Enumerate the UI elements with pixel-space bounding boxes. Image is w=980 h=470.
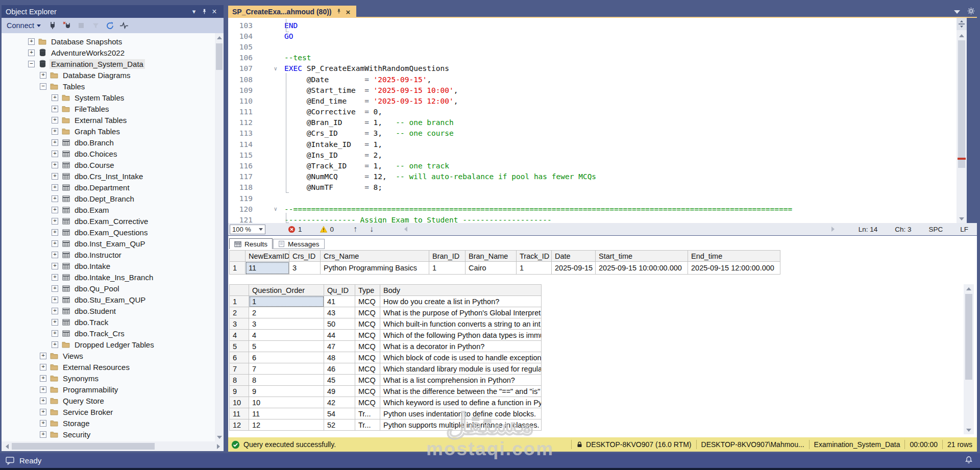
expand-icon[interactable]: + bbox=[40, 72, 46, 79]
code-line-115[interactable]: 115 @Ins_ID = 2, bbox=[228, 150, 967, 160]
connect-button[interactable]: Connect bbox=[5, 20, 43, 31]
tree-item-graph-tables[interactable]: +Graph Tables bbox=[2, 126, 215, 137]
warning-count[interactable]: 0 bbox=[320, 226, 334, 233]
grid-cell[interactable]: Tr... bbox=[355, 408, 380, 419]
expand-icon[interactable]: + bbox=[52, 308, 58, 314]
expand-icon[interactable]: + bbox=[52, 319, 58, 326]
grid-cell[interactable]: MCQ bbox=[355, 330, 380, 341]
code-line-106[interactable]: 106--test bbox=[228, 53, 967, 63]
expand-icon[interactable]: + bbox=[52, 274, 58, 281]
grid-cell[interactable]: 50 bbox=[324, 318, 355, 330]
tree-item-dbo-choices[interactable]: +dbo.Choices bbox=[2, 148, 215, 159]
column-header-end_time[interactable]: End_time bbox=[688, 251, 780, 262]
expand-icon[interactable]: + bbox=[28, 50, 35, 56]
next-issue-icon[interactable]: ↓ bbox=[370, 225, 374, 234]
code-line-105[interactable]: 105 bbox=[228, 41, 967, 52]
column-header-type[interactable]: Type bbox=[355, 285, 380, 296]
code-editor[interactable]: 103END104GO105106--test107∨EXEC SP_Creat… bbox=[228, 18, 967, 223]
error-marker[interactable] bbox=[958, 158, 966, 160]
code-line-111[interactable]: 111 @Corrective = 0, bbox=[228, 107, 967, 117]
grid-cell[interactable]: Python supports multiple inheritance in … bbox=[380, 419, 542, 431]
row-header[interactable]: 11 bbox=[230, 408, 249, 419]
expand-icon[interactable]: + bbox=[40, 386, 46, 393]
grid-cell[interactable]: 46 bbox=[324, 363, 355, 375]
grid-cell[interactable]: How do you create a list in Python? bbox=[380, 296, 542, 307]
expand-icon[interactable]: + bbox=[52, 117, 58, 123]
expand-icon[interactable]: + bbox=[52, 207, 58, 213]
tree-item-database-snapshots[interactable]: +Database Snapshots bbox=[2, 36, 215, 47]
grid-cell[interactable]: 52 bbox=[324, 419, 355, 431]
row-header[interactable]: 1 bbox=[230, 296, 249, 307]
code-line-113[interactable]: 113 @Crs_ID = 3, -- one course bbox=[228, 128, 967, 139]
expand-icon[interactable]: + bbox=[40, 364, 46, 370]
tree-item-dbo-instructor[interactable]: +dbo.Instructor bbox=[2, 249, 215, 260]
tree-item-dbo-inst-exam-qup[interactable]: +dbo.Inst_Exam_QuP bbox=[2, 238, 215, 249]
grid-cell[interactable]: Which block of code is used to handle ex… bbox=[380, 352, 542, 363]
grid-cell[interactable]: Which built-in function converts a strin… bbox=[380, 318, 542, 330]
code-line-110[interactable]: 110 @End_time = '2025-09-15 12:00', bbox=[228, 95, 967, 106]
row-header[interactable]: 3 bbox=[230, 318, 249, 330]
collapse-icon[interactable]: − bbox=[28, 61, 35, 67]
error-count[interactable]: 1 bbox=[288, 226, 302, 233]
expand-icon[interactable]: + bbox=[52, 151, 58, 157]
code-line-103[interactable]: 103END bbox=[228, 20, 967, 31]
column-header-start_time[interactable]: Start_time bbox=[596, 251, 688, 262]
scroll-down-icon[interactable] bbox=[964, 426, 974, 434]
row-header[interactable]: 4 bbox=[230, 330, 249, 341]
expand-icon[interactable]: + bbox=[52, 263, 58, 269]
grid-cell[interactable]: MCQ bbox=[355, 318, 380, 330]
column-header-crs_id[interactable]: Crs_ID bbox=[289, 251, 321, 262]
column-header-newexamid[interactable]: NewExamID bbox=[246, 251, 289, 262]
expand-icon[interactable]: + bbox=[40, 431, 46, 438]
tree-item-dbo-exam-questions[interactable]: +dbo.Exam_Questions bbox=[2, 227, 215, 238]
expand-icon[interactable]: + bbox=[40, 353, 46, 359]
code-line-120[interactable]: 120∨--==================================… bbox=[228, 204, 967, 214]
code-line-118[interactable]: 118 @NumTF = 8; bbox=[228, 182, 967, 193]
tree-item-system-tables[interactable]: +System Tables bbox=[2, 92, 215, 103]
scroll-left-icon[interactable] bbox=[404, 227, 407, 232]
scroll-left-icon[interactable] bbox=[3, 443, 11, 450]
grid-cell[interactable]: 49 bbox=[324, 386, 355, 397]
tree-item-dbo-intake-ins-branch[interactable]: +dbo.Intake_Ins_Branch bbox=[2, 271, 215, 283]
scrollbar-thumb[interactable] bbox=[965, 294, 972, 380]
grid-cell[interactable]: 1 bbox=[429, 262, 465, 275]
tree-item-filetables[interactable]: +FileTables bbox=[2, 103, 215, 114]
expand-icon[interactable]: + bbox=[52, 184, 58, 191]
column-header-qu_id[interactable]: Qu_ID bbox=[324, 285, 355, 296]
grid-cell[interactable]: What is the purpose of Python's Global I… bbox=[380, 307, 542, 318]
window-position-icon[interactable]: ▾ bbox=[189, 7, 199, 16]
grid-cell[interactable]: 8 bbox=[249, 375, 324, 386]
grid-cell[interactable]: MCQ bbox=[355, 397, 380, 408]
grid-cell[interactable]: 5 bbox=[249, 341, 324, 352]
expand-icon[interactable]: + bbox=[52, 341, 58, 348]
tree-item-dbo-exam[interactable]: +dbo.Exam bbox=[2, 204, 215, 215]
tree-item-programmability[interactable]: +Programmability bbox=[2, 384, 215, 395]
grid-cell[interactable]: 9 bbox=[249, 386, 324, 397]
splitter-handle-icon[interactable] bbox=[957, 18, 967, 30]
expand-icon[interactable]: + bbox=[40, 375, 46, 382]
expand-icon[interactable]: + bbox=[52, 252, 58, 258]
scroll-down-icon[interactable] bbox=[957, 214, 967, 223]
corner-header[interactable] bbox=[230, 251, 246, 262]
tree-item-dbo-dept-branch[interactable]: +dbo.Dept_Branch bbox=[2, 193, 215, 204]
disconnect-icon[interactable] bbox=[62, 21, 71, 30]
expand-icon[interactable]: + bbox=[52, 285, 58, 292]
grid-cell[interactable]: MCQ bbox=[355, 341, 380, 352]
row-header[interactable]: 9 bbox=[230, 386, 249, 397]
expand-icon[interactable]: + bbox=[52, 128, 58, 135]
grid-cell[interactable]: MCQ bbox=[355, 363, 380, 375]
row-header[interactable]: 1 bbox=[230, 262, 246, 275]
tree-item-storage[interactable]: +Storage bbox=[2, 417, 215, 429]
expand-icon[interactable]: + bbox=[40, 398, 46, 404]
tree-item-dbo-branch[interactable]: +dbo.Branch bbox=[2, 137, 215, 148]
tree-item-dbo-track-crs[interactable]: +dbo.Track_Crs bbox=[2, 328, 215, 339]
grid-cell[interactable]: What is the difference between the "==" … bbox=[380, 386, 542, 397]
expand-icon[interactable]: + bbox=[52, 229, 58, 236]
scroll-right-icon[interactable] bbox=[831, 227, 835, 232]
close-icon[interactable]: × bbox=[209, 7, 219, 16]
grid-cell[interactable]: 1 bbox=[249, 296, 324, 307]
grid-cell[interactable]: MCQ bbox=[355, 296, 380, 307]
zoom-level-select[interactable]: 100 % bbox=[230, 225, 265, 234]
grid-cell[interactable]: Which keyword is used to define a functi… bbox=[380, 397, 542, 408]
row-header[interactable]: 7 bbox=[230, 363, 249, 375]
